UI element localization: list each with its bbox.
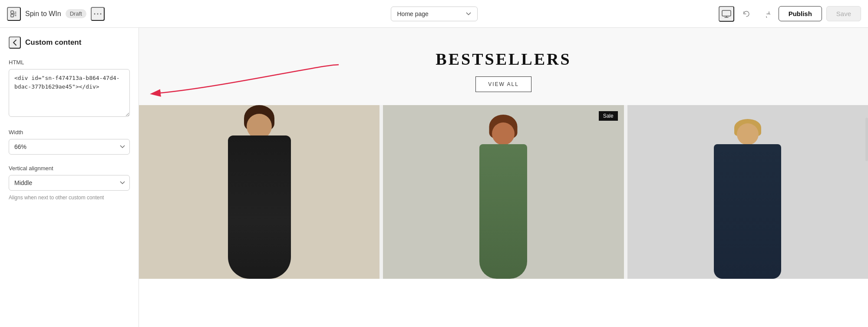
app-title: Spin to WIn	[25, 10, 61, 18]
sidebar-header: Custom content	[9, 36, 130, 49]
topbar-left: Spin to WIn Draft	[7, 7, 288, 21]
undo-button[interactable]	[739, 6, 754, 22]
person-3-body	[714, 144, 781, 279]
width-select-wrapper: 33% 50% 66% 75% 100%	[9, 139, 130, 155]
bestsellers-section: BESTSELLERS VIEW ALL	[139, 28, 868, 105]
svg-rect-1	[11, 14, 13, 17]
width-field-group: Width 33% 50% 66% 75% 100%	[9, 129, 130, 155]
product-card-1[interactable]	[139, 105, 380, 279]
scrollbar[interactable]	[865, 118, 868, 161]
products-grid: Sale	[139, 105, 868, 279]
vertical-alignment-label: Vertical alignment	[9, 165, 130, 172]
width-select[interactable]: 33% 50% 66% 75% 100%	[9, 139, 130, 155]
sidebar-back-button[interactable]	[9, 36, 21, 49]
html-label: HTML	[9, 59, 130, 66]
person-2-container	[383, 105, 624, 279]
vertical-alignment-select-wrapper: Top Middle Bottom	[9, 175, 130, 191]
svg-point-2	[94, 13, 95, 14]
save-button[interactable]: Save	[826, 6, 861, 21]
topbar-right: Publish Save	[580, 6, 861, 22]
person-2-head	[492, 122, 515, 145]
draft-badge: Draft	[66, 9, 86, 18]
monitor-button[interactable]	[719, 6, 734, 22]
topbar: Spin to WIn Draft Home page	[0, 0, 868, 28]
svg-point-4	[100, 13, 101, 14]
vertical-alignment-select[interactable]: Top Middle Bottom	[9, 175, 130, 191]
person-3-container	[627, 105, 868, 279]
topbar-center: Home page	[294, 7, 575, 21]
product-card-2[interactable]: Sale	[383, 105, 624, 279]
redo-button[interactable]	[759, 6, 774, 22]
page-selector-value: Home page	[397, 10, 429, 17]
sidebar-title: Custom content	[25, 38, 81, 47]
svg-rect-5	[722, 10, 731, 16]
canvas-area: BESTSELLERS VIEW ALL	[139, 28, 868, 327]
publish-button[interactable]: Publish	[779, 6, 822, 21]
main-layout: Custom content HTML Width 33% 50% 66% 75…	[0, 28, 868, 327]
preview-frame: BESTSELLERS VIEW ALL	[139, 28, 868, 327]
page-selector[interactable]: Home page	[391, 7, 478, 21]
html-field-group: HTML	[9, 59, 130, 119]
svg-point-3	[97, 13, 98, 14]
view-all-button[interactable]: VIEW ALL	[475, 76, 531, 92]
bestsellers-title: BESTSELLERS	[156, 50, 851, 69]
sidebar: Custom content HTML Width 33% 50% 66% 75…	[0, 28, 139, 327]
person-1-body	[228, 135, 291, 279]
product-gap-2	[624, 105, 627, 279]
sale-badge: Sale	[599, 111, 618, 121]
vertical-alignment-field-group: Vertical alignment Top Middle Bottom Ali…	[9, 165, 130, 201]
person-1-container	[139, 105, 380, 279]
back-button[interactable]	[7, 7, 21, 21]
person-3-head	[737, 123, 759, 145]
alignment-hint: Aligns when next to other custom content	[9, 194, 130, 201]
person-2-body	[479, 144, 527, 279]
more-button[interactable]	[91, 7, 105, 21]
html-input[interactable]	[9, 69, 130, 117]
width-label: Width	[9, 129, 130, 135]
product-card-3[interactable]	[627, 105, 868, 279]
product-gap-1	[380, 105, 383, 279]
svg-rect-0	[11, 11, 13, 13]
